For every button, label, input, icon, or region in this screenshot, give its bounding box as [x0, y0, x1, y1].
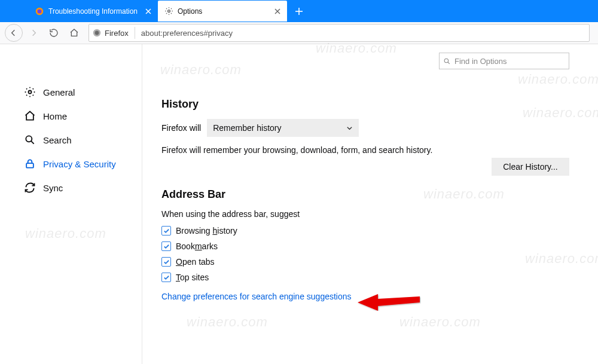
home-icon	[24, 110, 36, 122]
history-mode-label: Firefox will	[161, 123, 201, 133]
dropdown-value: Remember history	[213, 123, 281, 133]
search-suggestions-link[interactable]: Change preferences for search engine sug…	[161, 292, 352, 301]
checkbox-open-tabs[interactable]: Open tabs	[161, 257, 569, 267]
search-icon	[443, 57, 451, 65]
checkbox-icon	[161, 226, 171, 235]
tab-close-icon[interactable]	[144, 7, 153, 16]
checkbox-label: Top sites	[176, 273, 209, 282]
sidebar-item-label: General	[43, 87, 75, 97]
find-placeholder: Find in Options	[454, 57, 507, 66]
checkbox-label: Bookmarks	[176, 241, 218, 251]
sidebar-item-label: Search	[43, 135, 72, 145]
firefox-favicon-icon	[35, 7, 44, 16]
sidebar-item-general[interactable]: General	[0, 80, 142, 104]
checkbox-bookmarks[interactable]: Bookmarks	[161, 241, 569, 251]
tab-close-icon[interactable]	[273, 7, 282, 16]
identity-label: Firefox	[105, 29, 129, 38]
search-icon	[24, 134, 36, 146]
watermark: winaero.com	[160, 62, 242, 78]
tab-troubleshooting[interactable]: Troubleshooting Information	[29, 1, 158, 22]
checkbox-label: Open tabs	[176, 257, 215, 267]
sidebar-item-label: Privacy & Security	[43, 159, 116, 169]
preferences-content: Find in Options History Firefox will Rem…	[142, 44, 598, 364]
identity-box[interactable]: Firefox	[93, 27, 135, 39]
chevron-down-icon	[346, 125, 353, 131]
tab-label: Troubleshooting Information	[48, 7, 144, 16]
sync-icon	[24, 182, 36, 194]
home-button[interactable]	[65, 24, 84, 42]
addressbar-subhead: When using the address bar, suggest	[161, 209, 569, 219]
forward-button[interactable]	[24, 24, 43, 42]
svg-line-13	[31, 141, 34, 144]
reload-button[interactable]	[44, 24, 63, 42]
sidebar-item-sync[interactable]: Sync	[0, 176, 142, 200]
gear-favicon-icon	[164, 7, 173, 16]
checkbox-browsing-history[interactable]: Browsing history	[161, 226, 569, 235]
history-mode-dropdown[interactable]: Remember history	[207, 119, 359, 137]
button-label: Clear History...	[503, 162, 558, 172]
sidebar-item-home[interactable]: Home	[0, 104, 142, 128]
sidebar-item-privacy[interactable]: Privacy & Security	[0, 152, 142, 176]
svg-rect-14	[26, 163, 33, 168]
section-heading-history: History	[161, 98, 569, 111]
url-bar[interactable]: Firefox about:preferences#privacy	[89, 24, 590, 42]
svg-point-12	[26, 136, 32, 142]
tab-label: Options	[178, 7, 273, 16]
preferences-sidebar: General Home Search Privacy & Security S…	[0, 44, 142, 364]
sidebar-item-label: Home	[43, 111, 67, 121]
history-description: Firefox will remember your browsing, dow…	[161, 145, 569, 155]
svg-point-4	[167, 10, 170, 13]
new-tab-button[interactable]	[291, 3, 307, 20]
svg-line-16	[448, 62, 450, 63]
page: General Home Search Privacy & Security S…	[0, 44, 598, 364]
section-heading-addressbar: Address Bar	[161, 188, 569, 201]
nav-toolbar: Firefox about:preferences#privacy	[0, 22, 598, 44]
checkbox-top-sites[interactable]: Top sites	[161, 273, 569, 282]
svg-point-10	[95, 31, 99, 35]
tab-options[interactable]: Options	[158, 1, 287, 22]
svg-point-15	[444, 59, 448, 63]
url-text: about:preferences#privacy	[141, 29, 233, 38]
checkbox-icon	[161, 257, 171, 267]
checkbox-icon	[161, 273, 171, 282]
svg-point-1	[37, 9, 41, 13]
sidebar-item-search[interactable]: Search	[0, 128, 142, 152]
lock-icon	[24, 158, 36, 170]
find-in-options[interactable]: Find in Options	[439, 53, 569, 69]
title-bar: Troubleshooting Information Options	[0, 0, 598, 22]
checkbox-icon	[161, 241, 171, 251]
checkbox-label: Browsing history	[176, 226, 237, 235]
watermark: winaero.com	[518, 72, 598, 87]
sidebar-item-label: Sync	[43, 183, 63, 193]
watermark: winaero.com	[187, 314, 268, 330]
clear-history-button[interactable]: Clear History...	[492, 158, 569, 176]
annotation-arrow-icon	[355, 290, 421, 311]
back-button[interactable]	[5, 24, 23, 42]
svg-point-11	[29, 91, 32, 94]
gear-icon	[24, 86, 36, 98]
watermark: winaero.com	[399, 314, 481, 330]
